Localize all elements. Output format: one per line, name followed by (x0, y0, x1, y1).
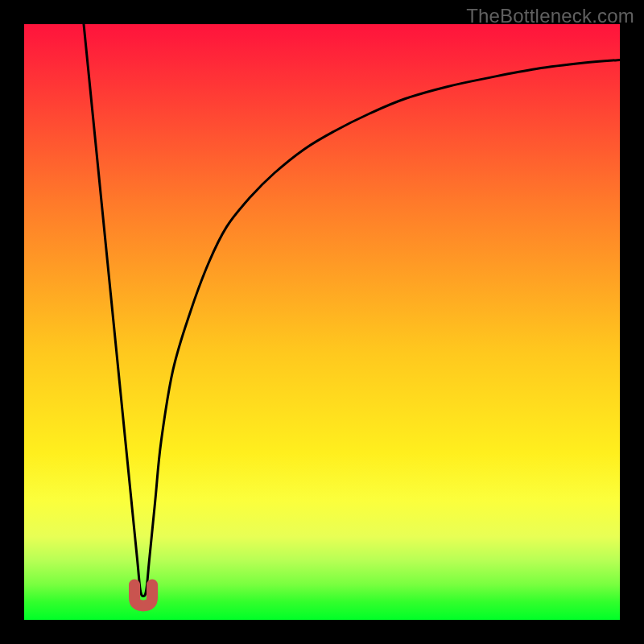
chart-frame: TheBottleneck.com (0, 0, 644, 644)
bottleneck-curve (84, 24, 620, 596)
watermark-text: TheBottleneck.com (466, 5, 634, 27)
plot-area (24, 24, 620, 620)
curve-layer (24, 24, 620, 620)
